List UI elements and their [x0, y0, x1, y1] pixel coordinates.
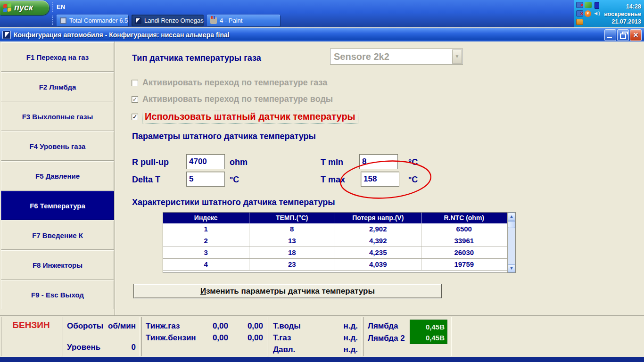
tinj-petrol-label: Тинж.бензин — [146, 332, 201, 344]
sidebar-item-f8[interactable]: F8 Инжекторы — [1, 250, 114, 280]
t-min-field[interactable] — [359, 154, 398, 169]
sidebar-item-label: F3 Выхлопные газы — [22, 113, 93, 121]
t-max-label: T max — [321, 175, 345, 185]
window-bottom-border — [0, 357, 644, 362]
r-pullup-label: R pull-up — [132, 157, 169, 167]
t-gas-value: н.д. — [343, 332, 358, 344]
close-button[interactable]: ✕ — [630, 29, 642, 41]
restore-button[interactable] — [617, 29, 629, 41]
table-cell: 2 — [163, 235, 249, 247]
taskbar-item-paint[interactable]: 4 - Paint — [207, 15, 280, 26]
start-button[interactable]: пуск — [0, 0, 49, 15]
sidebar-item-label: F5 Давление — [35, 172, 80, 180]
table-cell: 8 — [249, 223, 336, 235]
delta-t-label: Delta T — [132, 175, 160, 185]
chevron-down-icon[interactable]: ▼ — [452, 49, 462, 64]
sidebar-item-f3[interactable]: F3 Выхлопные газы — [1, 102, 114, 131]
t-max-field[interactable] — [361, 172, 399, 187]
sidebar-item-f4[interactable]: F4 Уровень газа — [1, 132, 114, 161]
scrollbar-track[interactable] — [508, 229, 515, 264]
sensor-type-combobox[interactable]: Sensore 2k2 ▼ — [330, 49, 463, 65]
network-error-icon[interactable] — [576, 10, 583, 16]
minimize-button[interactable] — [604, 29, 616, 41]
table-row[interactable]: 3 18 4,235 26030 — [163, 247, 507, 259]
t-min-label: T min — [321, 157, 343, 167]
tray-day: воскресенье — [604, 10, 641, 18]
table-cell: 4 — [163, 259, 249, 270]
level-value: 0 — [132, 341, 136, 353]
sidebar-item-f6[interactable]: F6 Температура — [1, 191, 114, 220]
lambda2-value: 0,45В — [413, 332, 445, 343]
status-cell-temps: Т.водын.д. Т.газн.д. Давл.н.д. — [269, 317, 362, 356]
fuel-mode-value: БЕНЗИН — [5, 320, 57, 330]
sidebar-item-f7[interactable]: F7 Введение К — [1, 221, 114, 250]
taskbar-separator — [52, 16, 53, 25]
paint-icon — [210, 17, 217, 24]
sidebar-item-f2[interactable]: F2 Лямбда — [1, 72, 114, 101]
sidebar-item-f9[interactable]: F9 - Esc Выход — [1, 280, 114, 309]
taskbar-item-landi-renzo[interactable]: Landi Renzo Omegas — [132, 15, 204, 26]
updates-icon[interactable] — [585, 2, 592, 8]
edit-sensor-params-button[interactable]: Изменить параметры датчика температуры — [133, 284, 442, 298]
scrollbar-thumb[interactable] — [508, 221, 515, 228]
table-header-row: Индекс ТЕМП.(°C) Потеря напр.(V) R.NTC (… — [163, 213, 507, 223]
status-cell-lambda: Лямбда Лямбда 2 0,45В 0,45В — [363, 317, 452, 356]
table-cell: 3 — [163, 247, 249, 258]
sensor-type-label: Тип датчика температуры газа — [132, 53, 261, 63]
download-master-icon[interactable] — [585, 10, 591, 17]
params-heading: Параметры штатного датчика температуры — [132, 132, 316, 141]
battery-icon[interactable] — [594, 2, 599, 9]
lambda-value: 0,45В — [413, 321, 445, 332]
delta-t-field[interactable] — [186, 172, 225, 187]
scheduler-icon[interactable] — [576, 19, 583, 25]
pressure-label: Давл. — [273, 344, 295, 355]
rpm-unit: об/мин — [108, 320, 136, 332]
sidebar-item-label: F1 Переход на газ — [26, 53, 89, 61]
app-sailboat-icon — [2, 31, 11, 39]
table-header-temp: ТЕМП.(°C) — [249, 213, 336, 223]
tinj-gas-label: Тинж.газ — [146, 320, 201, 332]
tinj-gas-value1: 0,00 — [202, 320, 228, 332]
table-cell: 4,235 — [335, 247, 421, 258]
t-water-label: Т.воды — [273, 320, 301, 332]
table-row[interactable]: 4 23 4,039 19759 — [163, 259, 507, 271]
table-header-index: Индекс — [163, 213, 249, 223]
table-row[interactable]: 1 8 2,902 6500 — [163, 223, 507, 235]
taskbar-item-label: Landi Renzo Omegas — [144, 17, 204, 24]
table-scrollbar[interactable]: ▲ ▼ — [507, 213, 515, 272]
t-min-unit: °C — [408, 157, 418, 167]
checkbox-water-temp: ✓ — [132, 96, 138, 103]
sidebar-item-label: F6 Температура — [30, 202, 85, 210]
table-header-rntc: R.NTC (ohm) — [421, 213, 508, 223]
table-cell: 13 — [249, 235, 336, 247]
windows-logo-icon — [3, 3, 11, 12]
level-label: Уровень — [67, 341, 100, 353]
status-cell-fuel: БЕНЗИН — [1, 317, 61, 356]
language-indicator[interactable]: EN — [57, 3, 65, 10]
sidebar-item-f5[interactable]: F5 Давление — [1, 161, 114, 190]
volume-icon[interactable]: ◄) — [593, 10, 600, 16]
sidebar-item-f1[interactable]: F1 Переход на газ — [1, 42, 114, 72]
taskbar-item-label: Total Commander 6.5... — [69, 17, 128, 24]
lambda-label: Лямбда — [368, 320, 398, 332]
tray-icons: ◄) — [576, 2, 603, 27]
sidebar-item-label: F4 Уровень газа — [30, 142, 86, 150]
scroll-up-icon[interactable]: ▲ — [508, 213, 515, 221]
table-row[interactable]: 2 13 4,392 33961 — [163, 235, 507, 247]
r-pullup-field[interactable] — [186, 154, 225, 169]
taskbar: пуск EN Total Commander 6.5... Landi Ren… — [0, 0, 644, 27]
taskbar-item-total-commander[interactable]: Total Commander 6.5... — [57, 15, 128, 26]
floppy-icon — [60, 17, 66, 24]
scroll-down-icon[interactable]: ▼ — [508, 264, 515, 272]
taskbar-separator — [52, 2, 53, 12]
delta-t-unit: °C — [230, 175, 239, 185]
taskbar-item-label: 4 - Paint — [220, 17, 242, 24]
caption-buttons: ✕ — [604, 29, 642, 41]
network-offline-icon[interactable] — [576, 2, 583, 8]
checkbox-label: Активировать переход по температуре газа — [142, 78, 327, 88]
checkbox-row-stock-sensor[interactable]: ✓ Использовать штатный датчик температур… — [132, 110, 358, 123]
table-cell: 2,902 — [335, 223, 421, 235]
checkbox-stock-sensor[interactable]: ✓ — [132, 114, 138, 120]
checkbox-label: Активировать переход по температуре воды — [142, 94, 333, 104]
table-cell: 4,392 — [335, 235, 421, 247]
